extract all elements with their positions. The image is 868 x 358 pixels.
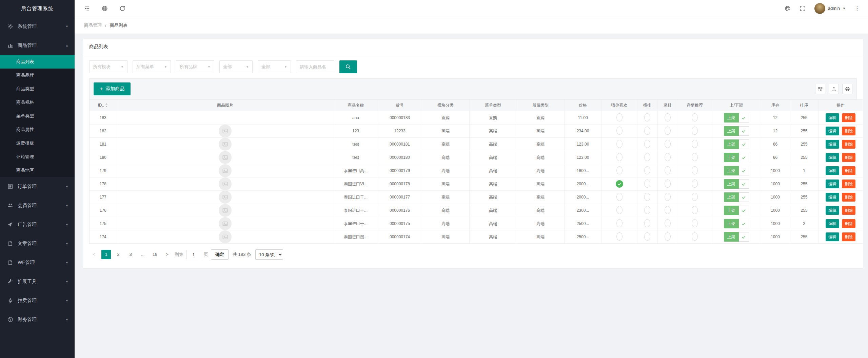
guess-toggle[interactable]	[616, 140, 623, 148]
edit-button[interactable]: 编辑	[826, 127, 839, 135]
guess-toggle-checked[interactable]	[616, 180, 623, 188]
delete-button[interactable]: 删除	[842, 206, 855, 215]
sidebar-subitem-商品规格[interactable]: 商品规格	[0, 96, 75, 109]
guess-toggle[interactable]	[616, 193, 623, 201]
delete-button[interactable]: 删除	[842, 180, 855, 188]
guess-toggle[interactable]	[616, 219, 623, 227]
sidebar-subitem-评论管理[interactable]: 评论管理	[0, 150, 75, 164]
columns-icon[interactable]	[815, 84, 825, 94]
delete-button[interactable]: 删除	[842, 140, 855, 149]
prev-page-button[interactable]: <	[89, 250, 99, 259]
collapse-menu-icon[interactable]	[84, 5, 90, 12]
delete-button[interactable]: 删除	[842, 166, 855, 175]
edit-button[interactable]: 编辑	[826, 219, 839, 228]
detail-recommend-toggle[interactable]	[692, 219, 698, 227]
edit-button[interactable]: 编辑	[826, 153, 839, 162]
sort-icon[interactable]	[105, 103, 108, 108]
vertical-toggle[interactable]	[665, 219, 671, 227]
column-header-ID..[interactable]: ID..	[90, 100, 117, 111]
sidebar-subitem-商品品牌[interactable]: 商品品牌	[0, 69, 75, 82]
sidebar-item-商品管理[interactable]: 商品管理▲	[0, 36, 75, 55]
detail-recommend-toggle[interactable]	[692, 166, 698, 174]
horizontal-toggle[interactable]	[644, 127, 650, 135]
shelf-toggle[interactable]: 上架	[724, 113, 749, 123]
export-icon[interactable]	[829, 84, 839, 94]
edit-button[interactable]: 编辑	[826, 193, 839, 202]
filter-select-2[interactable]: 所有品牌▼	[176, 60, 214, 73]
filter-select-0[interactable]: 所有模块▼	[89, 60, 127, 73]
guess-toggle[interactable]	[616, 127, 623, 135]
horizontal-toggle[interactable]	[644, 193, 650, 201]
detail-recommend-toggle[interactable]	[692, 180, 698, 188]
detail-recommend-toggle[interactable]	[692, 193, 698, 201]
search-button[interactable]	[339, 60, 357, 73]
delete-button[interactable]: 删除	[842, 127, 855, 135]
fullscreen-icon[interactable]	[800, 5, 806, 12]
detail-recommend-toggle[interactable]	[692, 127, 698, 135]
guess-toggle[interactable]	[616, 113, 623, 121]
vertical-toggle[interactable]	[665, 140, 671, 148]
horizontal-toggle[interactable]	[644, 153, 650, 161]
shelf-toggle[interactable]: 上架	[724, 179, 749, 189]
delete-button[interactable]: 删除	[842, 193, 855, 202]
vertical-toggle[interactable]	[665, 232, 671, 241]
next-page-button[interactable]: >	[162, 250, 172, 259]
guess-toggle[interactable]	[616, 166, 623, 174]
confirm-page-button[interactable]: 确定	[211, 249, 229, 260]
horizontal-toggle[interactable]	[644, 113, 650, 121]
sidebar-subitem-菜单类型[interactable]: 菜单类型	[0, 109, 75, 123]
search-input[interactable]	[296, 60, 334, 73]
detail-recommend-toggle[interactable]	[692, 206, 698, 214]
detail-recommend-toggle[interactable]	[692, 153, 698, 161]
globe-icon[interactable]	[102, 5, 108, 12]
filter-select-1[interactable]: 所有菜单▼	[133, 60, 171, 73]
shelf-toggle[interactable]: 上架	[724, 139, 749, 149]
page-size-select[interactable]: 10 条/页	[255, 249, 283, 260]
delete-button[interactable]: 删除	[842, 219, 855, 228]
horizontal-toggle[interactable]	[644, 140, 650, 148]
delete-button[interactable]: 删除	[842, 113, 855, 122]
delete-button[interactable]: 删除	[842, 153, 855, 162]
filter-select-3[interactable]: 全部▼	[219, 60, 253, 73]
sidebar-item-订单管理[interactable]: 订单管理▼	[0, 177, 75, 196]
page-button-3[interactable]: 3	[126, 250, 135, 259]
vertical-toggle[interactable]	[665, 193, 671, 201]
user-menu[interactable]: admin ▼	[814, 3, 846, 14]
sidebar-item-文章管理[interactable]: 文章管理▼	[0, 234, 75, 253]
guess-toggle[interactable]	[616, 153, 623, 161]
sidebar-subitem-商品类型[interactable]: 商品类型	[0, 82, 75, 96]
page-button-19[interactable]: 19	[150, 250, 160, 259]
detail-recommend-toggle[interactable]	[692, 232, 698, 241]
vertical-toggle[interactable]	[665, 127, 671, 135]
detail-recommend-toggle[interactable]	[692, 140, 698, 148]
delete-button[interactable]: 删除	[842, 232, 855, 241]
breadcrumb-parent[interactable]: 商品管理	[84, 22, 102, 29]
sidebar-item-系统管理[interactable]: 系统管理▼	[0, 17, 75, 36]
horizontal-toggle[interactable]	[644, 219, 650, 227]
shelf-toggle[interactable]: 上架	[724, 153, 749, 162]
page-button-1[interactable]: 1	[101, 250, 111, 259]
detail-recommend-toggle[interactable]	[692, 113, 698, 121]
sidebar-item-财务管理[interactable]: 财务管理▼	[0, 310, 75, 329]
horizontal-toggle[interactable]	[644, 232, 650, 241]
shelf-toggle[interactable]: 上架	[724, 126, 749, 136]
sidebar-item-拍卖管理[interactable]: 拍卖管理▼	[0, 291, 75, 310]
horizontal-toggle[interactable]	[644, 180, 650, 188]
sidebar-item-扩展工具[interactable]: 扩展工具▼	[0, 272, 75, 291]
sidebar-subitem-商品属性[interactable]: 商品属性	[0, 123, 75, 136]
horizontal-toggle[interactable]	[644, 206, 650, 214]
edit-button[interactable]: 编辑	[826, 180, 839, 188]
sidebar-subitem-运费模板[interactable]: 运费模板	[0, 136, 75, 150]
vertical-toggle[interactable]	[665, 153, 671, 161]
vertical-toggle[interactable]	[665, 180, 671, 188]
sidebar-subitem-商品列表[interactable]: 商品列表	[0, 55, 75, 69]
palette-icon[interactable]	[785, 5, 791, 12]
horizontal-toggle[interactable]	[644, 166, 650, 174]
goto-page-input[interactable]	[186, 250, 201, 259]
shelf-toggle[interactable]: 上架	[724, 232, 749, 242]
guess-toggle[interactable]	[616, 232, 623, 241]
filter-select-4[interactable]: 全部▼	[258, 60, 291, 73]
sidebar-item-WE管理[interactable]: WE管理▼	[0, 253, 75, 272]
page-button-2[interactable]: 2	[114, 250, 123, 259]
sidebar-item-广告管理[interactable]: 广告管理▼	[0, 215, 75, 234]
